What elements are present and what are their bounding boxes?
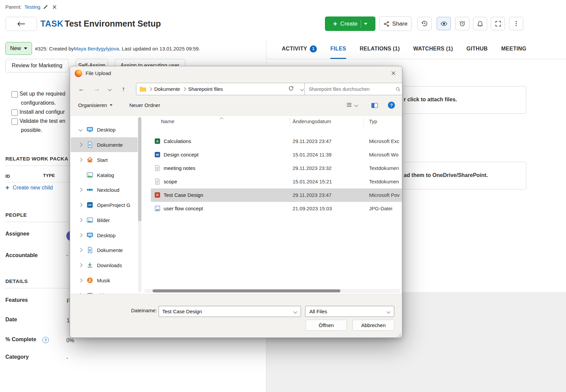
chevron-right-icon[interactable] (78, 218, 82, 222)
dialog-title-bar[interactable]: File Upload (70, 66, 402, 80)
firefox-icon (75, 70, 82, 77)
cancel-button[interactable]: Abbrechen (353, 320, 394, 331)
checkbox[interactable] (11, 109, 18, 116)
fullscreen-button[interactable] (491, 17, 505, 30)
address-bar[interactable]: Dokumente Sharepoint files (136, 83, 307, 95)
file-row-design-concept[interactable]: W Design concept 15.01.2024 11:39 Micros… (151, 148, 402, 162)
organize-button[interactable]: Organisieren (78, 102, 112, 108)
column-header-name[interactable]: Name (161, 118, 174, 124)
tree-item-bilder[interactable]: Bilder (71, 213, 138, 227)
watch-button[interactable] (437, 17, 451, 30)
horizontal-scrollbar-thumb[interactable] (153, 289, 340, 292)
history-button[interactable] (418, 17, 432, 30)
filename-combo[interactable] (159, 306, 301, 317)
file-row-scope[interactable]: scope 15.01.2024 15:21 Textdokumen (151, 175, 402, 188)
chevron-right-icon[interactable] (78, 263, 82, 267)
search-box[interactable] (304, 83, 402, 95)
date-value[interactable]: 1 (67, 318, 70, 324)
column-divider[interactable] (363, 118, 364, 127)
status-button[interactable]: New (5, 42, 32, 55)
tree-item-videos[interactable]: Videos (71, 288, 138, 294)
nav-history-chevron-icon[interactable] (108, 87, 111, 91)
chevron-right-icon[interactable] (78, 203, 82, 207)
horizontal-scrollbar[interactable] (144, 289, 400, 293)
tree-scrollbar-thumb[interactable] (138, 117, 141, 221)
breadcrumb-dokumente[interactable]: Dokumente (154, 86, 180, 92)
column-header-type[interactable]: Typ (369, 118, 377, 124)
share-button[interactable]: Share (379, 16, 411, 31)
nav-up-icon[interactable]: ↑ (122, 86, 125, 92)
chevron-right-icon[interactable] (78, 188, 82, 191)
chevron-down-icon (24, 47, 27, 49)
more-button[interactable] (509, 17, 523, 30)
dialog-close-icon[interactable] (391, 71, 396, 76)
tab-relations[interactable]: RELATIONS (1) (360, 39, 400, 59)
tree-scrollbar[interactable] (138, 117, 141, 292)
tree-item-dokumente[interactable]: Dokumente (71, 137, 138, 152)
open-button[interactable]: Öffnen (306, 320, 347, 331)
remove-parent-icon[interactable] (52, 5, 57, 9)
status-label: New (10, 45, 21, 51)
file-date: 15.01.2024 11:39 (293, 152, 332, 157)
tree-item-desktop-2[interactable]: Desktop (71, 228, 138, 243)
help-icon[interactable]: ? (42, 337, 49, 343)
column-divider[interactable] (290, 118, 290, 127)
tree-item-downloads[interactable]: Downloads (71, 258, 138, 273)
tab-activity[interactable]: ACTIVITY 1 (282, 39, 317, 59)
preview-pane-icon[interactable] (371, 103, 378, 108)
notifications-button[interactable] (473, 17, 487, 30)
tree-item-nextcloud[interactable]: Nextcloud (71, 182, 138, 197)
view-mode-button[interactable] (346, 102, 358, 107)
checkbox[interactable] (11, 91, 18, 98)
sort-ascending-icon[interactable] (220, 117, 223, 121)
filename-input[interactable] (159, 308, 294, 315)
file-row-calculations[interactable]: X Calculations 29.11.2023 23:47 Microsof… (151, 135, 402, 148)
tab-meeting[interactable]: MEETING (501, 39, 526, 59)
breadcrumb-sharepoint-files[interactable]: Sharepoint files (188, 86, 223, 92)
chevron-down-icon[interactable] (293, 310, 297, 313)
refresh-icon[interactable] (288, 85, 294, 91)
reminder-button[interactable] (455, 17, 469, 30)
tree-item-start[interactable]: Start (71, 152, 138, 167)
tree-item-katalog[interactable]: Katalog (71, 168, 138, 182)
new-folder-button[interactable]: Neuer Ordner (129, 102, 160, 108)
resize-grip[interactable] (397, 333, 401, 337)
nav-forward-icon[interactable]: → (94, 86, 100, 92)
parent-link[interactable]: Testing (24, 4, 40, 10)
tree-item-desktop[interactable]: Desktop (71, 122, 138, 137)
column-header-date[interactable]: Änderungsdatum (293, 118, 331, 124)
help-button[interactable]: ? (388, 102, 395, 109)
checkbox[interactable] (11, 118, 18, 125)
tab-watchers[interactable]: WATCHERS (1) (413, 39, 453, 59)
file-row-test-case-design[interactable]: P Test Case Design 29.11.2023 23:47 Micr… (151, 188, 402, 202)
file-row-user-flow-concept[interactable]: user flow concept 21.09.2023 15:03 JPG-D… (151, 202, 402, 215)
percent-complete-value[interactable]: 0% (66, 337, 74, 344)
create-new-child-link[interactable]: + Create new child (5, 184, 53, 191)
nav-back-icon[interactable]: ← (78, 86, 85, 92)
search-input[interactable] (308, 86, 395, 92)
checklist-item-text: Install and configur (20, 109, 65, 115)
edit-parent-icon[interactable] (43, 4, 48, 9)
tab-github[interactable]: GITHUB (466, 39, 488, 59)
back-button[interactable] (5, 17, 37, 31)
filetype-select[interactable]: All Files (305, 306, 394, 317)
chevron-right-icon[interactable] (78, 278, 82, 282)
tree-item-dokumente-2[interactable]: Dokumente (71, 243, 138, 257)
address-dropdown-icon[interactable] (300, 87, 304, 91)
tab-files[interactable]: FILES (330, 39, 346, 59)
category-value[interactable]: - (66, 355, 68, 361)
file-date: 29.11.2023 23:47 (293, 138, 332, 144)
chevron-right-icon[interactable] (78, 143, 82, 146)
chevron-down-icon[interactable] (78, 128, 82, 131)
chevron-right-icon[interactable] (78, 158, 82, 162)
create-button[interactable]: + Create (325, 16, 375, 31)
chevron-right-icon[interactable] (78, 248, 82, 252)
review-for-marketing-button[interactable]: Review for Marketing (5, 59, 69, 72)
tree-item-openproject[interactable]: OP OpenProject G (71, 198, 138, 212)
chevron-right-icon[interactable] (78, 233, 82, 237)
file-row-meeting-notes[interactable]: meeting notes 29.11.2023 23:32 Textdokum… (151, 162, 402, 175)
file-name: scope (164, 179, 177, 184)
accountable-value[interactable]: - (66, 252, 68, 258)
tree-item-musik[interactable]: Musik (71, 273, 138, 288)
author-link[interactable]: Maya Berdygylyjova (74, 46, 119, 51)
